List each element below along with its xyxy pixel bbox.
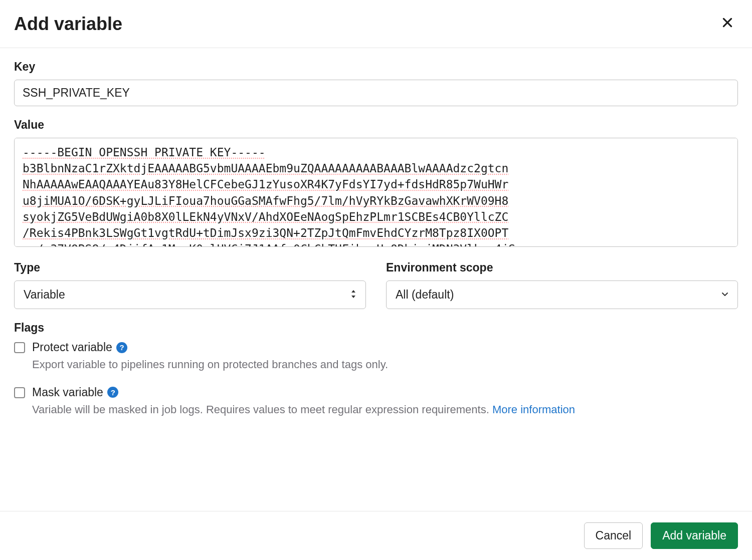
help-icon[interactable]: ? <box>107 387 118 398</box>
key-label: Key <box>14 60 738 74</box>
type-label: Type <box>14 261 366 274</box>
scope-select[interactable]: All (default) <box>386 281 738 309</box>
protect-checkbox[interactable] <box>14 342 25 353</box>
protect-description: Export variable to pipelines running on … <box>32 357 738 373</box>
type-select[interactable]: Variable <box>14 281 366 309</box>
protect-label: Protect variable ? <box>32 341 127 354</box>
close-icon <box>721 16 734 32</box>
type-selected-value: Variable <box>14 281 366 309</box>
cancel-button[interactable]: Cancel <box>584 522 643 549</box>
modal-footer: Cancel Add variable <box>0 511 752 560</box>
value-textarea[interactable]: -----BEGIN OPENSSH PRIVATE KEY----- b3Bl… <box>14 138 738 247</box>
mask-label: Mask variable ? <box>32 386 118 399</box>
modal-title: Add variable <box>14 14 122 35</box>
help-icon[interactable]: ? <box>116 342 127 353</box>
key-input[interactable] <box>14 80 738 106</box>
scope-label: Environment scope <box>386 261 738 274</box>
add-variable-button[interactable]: Add variable <box>651 522 738 549</box>
value-label: Value <box>14 118 738 132</box>
add-variable-modal: Add variable Key Value -----BEGIN OPENSS… <box>0 0 752 560</box>
mask-checkbox[interactable] <box>14 387 25 398</box>
mask-description: Variable will be masked in job logs. Req… <box>32 402 738 418</box>
close-button[interactable] <box>717 12 738 36</box>
scope-selected-value: All (default) <box>386 281 738 309</box>
flags-label: Flags <box>14 321 738 335</box>
more-info-link[interactable]: More information <box>492 403 575 416</box>
